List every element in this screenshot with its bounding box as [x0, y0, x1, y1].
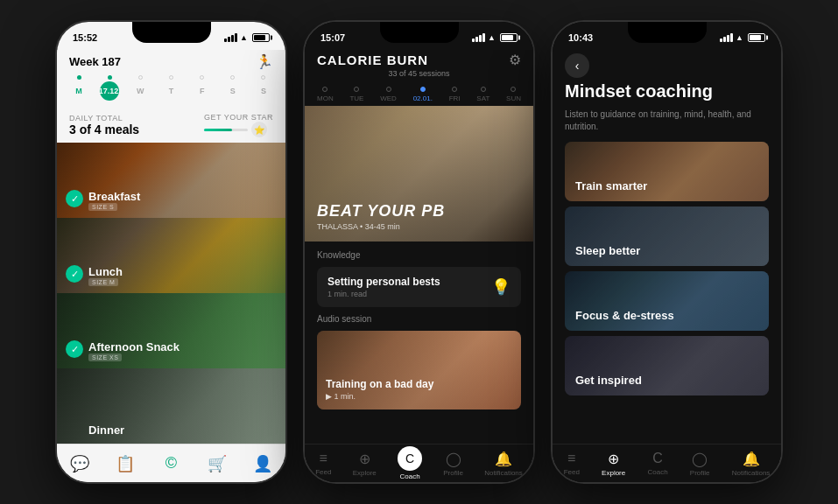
audio-section-title: Audio session — [317, 314, 521, 324]
meal-info-dinner: Dinner — [88, 424, 124, 437]
nav-explore-3[interactable]: ⊕ Explore — [602, 451, 625, 477]
program-title: CALORIE BURN — [317, 52, 428, 67]
day-nav-today[interactable]: 02.01. — [413, 87, 433, 102]
day-mon[interactable]: M — [69, 75, 88, 101]
nav-notifs-icon-3: 🔔 — [743, 451, 760, 467]
category-train[interactable]: Train smarter — [565, 142, 769, 201]
day-dot-wed: W — [130, 81, 150, 101]
audio-card[interactable]: Training on a bad day ▶ 1 min. — [317, 331, 521, 410]
progress-fill — [204, 129, 233, 131]
meal-size-breakfast: SIZE S — [88, 203, 140, 211]
nav-profile-label-2: Profile — [443, 469, 463, 477]
knowledge-meta: 1 min. read — [327, 290, 440, 298]
nav-notifs-2[interactable]: 🔔 Notifications — [484, 451, 523, 477]
nav-feed-label-3: Feed — [564, 468, 580, 476]
days-row: M 17.12. W T — [69, 75, 273, 101]
back-button[interactable]: ‹ — [565, 53, 589, 78]
day-nav-label-today: 02.01. — [413, 94, 433, 102]
day-thu[interactable]: T — [161, 75, 180, 101]
page-subtitle-3: Listen to guidance on training, mind, he… — [565, 108, 769, 133]
nav-coach-3[interactable]: C Coach — [647, 451, 667, 476]
workout-hero[interactable]: BEAT YOUR PB THALASSA • 34-45 min — [305, 106, 533, 242]
star-badge: ⭐ — [251, 122, 267, 137]
day-nav-sat[interactable]: SAT — [476, 87, 489, 102]
category-inspired[interactable]: Get inspired — [565, 336, 769, 396]
day-wed[interactable]: W — [130, 75, 150, 101]
nav-notifs-3[interactable]: 🔔 Notifications — [732, 451, 771, 477]
dot-sat — [230, 75, 235, 80]
nav-notifs-label-2: Notifications — [484, 469, 523, 477]
nutrition-screen: Week 187 🏃 M 17.12. W — [57, 50, 285, 482]
meal-info-snack: Afternoon Snack SIZE XS — [88, 340, 180, 361]
dot-wed — [138, 75, 143, 80]
day-nav-sun[interactable]: SUN — [506, 87, 521, 102]
nav-coach-icon-2: C — [398, 446, 422, 471]
meal-info-breakfast: Breakfast SIZE S — [88, 190, 140, 211]
meals-summary: DAILY TOTAL 3 of 4 meals GET YOUR STAR ⭐ — [57, 108, 285, 143]
day-dot-fri: F — [193, 81, 212, 101]
day-nav-dot-today — [420, 87, 426, 92]
knowledge-card[interactable]: Setting personal bests 1 min. read 💡 — [317, 267, 521, 307]
meals-list: ✓ Breakfast SIZE S ✓ Lunch SIZE M — [57, 143, 285, 444]
nav-coach-icon-3: C — [652, 451, 663, 466]
day-sun[interactable]: S — [254, 75, 273, 101]
cat-label-focus: Focus & de-stress — [575, 309, 674, 322]
day-nav-dot-tue — [354, 87, 359, 92]
workout-sub: THALASSA • 34-45 min — [317, 222, 445, 231]
wifi-icon-3: ▲ — [736, 33, 743, 42]
day-nav-label-sat: SAT — [476, 94, 489, 102]
bulb-icon: 💡 — [491, 277, 511, 297]
nav-explore-2[interactable]: ⊕ Explore — [353, 451, 377, 477]
nav-profile-2[interactable]: ◯ Profile — [443, 451, 463, 477]
meal-snack[interactable]: ✓ Afternoon Snack SIZE XS — [57, 293, 285, 368]
meal-name-lunch: Lunch — [88, 265, 123, 278]
nav-feed-3[interactable]: ≡ Feed — [564, 451, 580, 476]
nav-feed-icon-2: ≡ — [320, 451, 327, 466]
nav-notifs-label-3: Notifications — [732, 469, 771, 477]
settings-icon[interactable]: ⚙ — [509, 52, 521, 68]
day-nav-tue[interactable]: TUE — [349, 87, 363, 102]
category-sleep[interactable]: Sleep better — [565, 206, 769, 266]
nav-coach-2[interactable]: C Coach — [398, 446, 422, 480]
meal-name-breakfast: Breakfast — [88, 190, 140, 203]
meal-lunch[interactable]: ✓ Lunch SIZE M — [57, 218, 285, 293]
nav-coach[interactable]: © — [158, 454, 184, 472]
nav-cart[interactable]: 🛒 — [204, 454, 230, 473]
audio-text: Training on a bad day ▶ 1 min. — [326, 378, 433, 401]
cat-label-sleep: Sleep better — [575, 244, 640, 257]
nav-chat[interactable]: 💬 — [67, 454, 93, 473]
meal-name-snack: Afternoon Snack — [88, 340, 180, 354]
notch-3 — [628, 22, 707, 43]
meals-count: 3 of 4 meals — [69, 122, 139, 136]
day-nav-dot-wed — [386, 87, 391, 92]
day-nav-mon[interactable]: MON — [317, 87, 334, 102]
dot-mon — [77, 75, 81, 80]
day-fri[interactable]: F — [193, 75, 212, 101]
mindset-screen: ‹ Mindset coaching Listen to guidance on… — [553, 50, 781, 482]
day-sat[interactable]: S — [223, 75, 243, 101]
category-focus[interactable]: Focus & de-stress — [565, 271, 769, 331]
nav-feed-2[interactable]: ≡ Feed — [315, 451, 331, 476]
phone-mindset: 10:43 ▲ ‹ Mindset coaching Listen to gui… — [551, 20, 783, 484]
day-tue[interactable]: 17.12. — [100, 75, 119, 101]
day-nav-dot-sun — [511, 87, 516, 92]
meal-check-lunch: ✓ — [66, 265, 83, 283]
header-row: CALORIE BURN ⚙ — [317, 52, 521, 68]
day-nav-fri[interactable]: FRI — [449, 87, 461, 102]
meal-dinner[interactable]: Dinner — [57, 368, 285, 444]
status-time-3: 10:43 — [568, 32, 593, 43]
nav-profile-3[interactable]: ◯ Profile — [690, 451, 710, 477]
dot-thu — [169, 75, 173, 80]
nav-explore-label-3: Explore — [602, 469, 625, 477]
status-time-2: 15:07 — [320, 32, 345, 43]
meal-breakfast[interactable]: ✓ Breakfast SIZE S — [57, 143, 285, 218]
nav-profile[interactable]: 👤 — [250, 454, 276, 473]
nav-bookmark[interactable]: 📋 — [112, 454, 138, 473]
nav-coach-label-2: Coach — [399, 472, 419, 480]
day-dot-thu: T — [161, 81, 180, 101]
day-dot-sun: S — [254, 81, 273, 101]
day-nav-wed[interactable]: WED — [380, 87, 397, 102]
workout-title: BEAT YOUR PB — [317, 202, 445, 220]
battery-icon-2 — [500, 33, 518, 42]
run-icon[interactable]: 🏃 — [256, 53, 273, 70]
